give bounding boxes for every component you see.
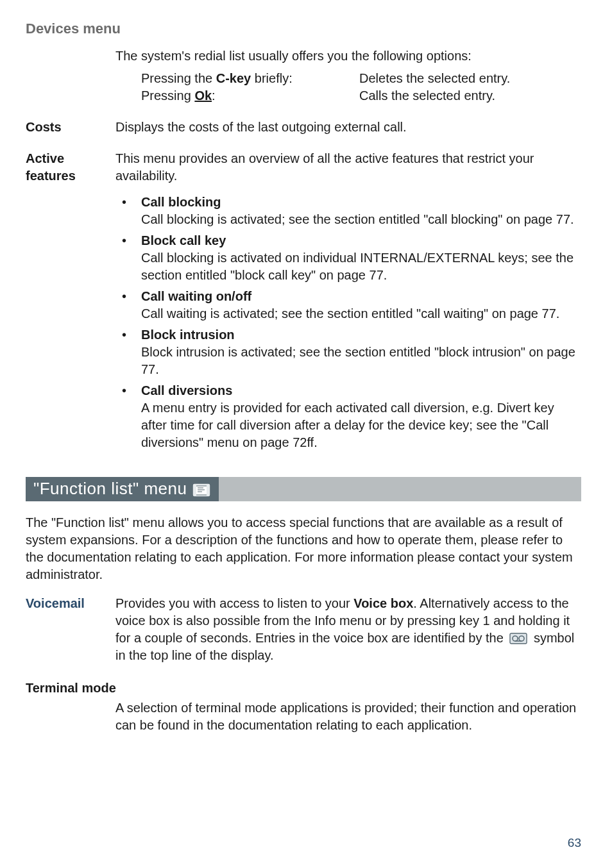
voicemail-label: Voicemail <box>26 595 115 664</box>
voicemail-text: Provides you with access to listen to yo… <box>115 595 581 664</box>
section-header-inner: "Function list" menu <box>26 477 219 501</box>
active-features-block: Active features This menu provides an ov… <box>26 150 581 185</box>
list-item: Call blocking Call blocking is activated… <box>115 194 581 228</box>
text: Pressing <box>141 88 194 103</box>
terminal-mode-label: Terminal mode <box>26 680 581 697</box>
feature-title: Call waiting on/off <box>141 288 581 305</box>
feature-text: A menu entry is provided for each activa… <box>141 399 581 451</box>
voice-box-bold: Voice box <box>353 596 413 610</box>
text: Provides you with access to listen to yo… <box>115 596 353 610</box>
text: briefly: <box>251 71 292 85</box>
list-item: Call waiting on/off Call waiting is acti… <box>115 288 581 322</box>
feature-text: Call blocking is activated on individual… <box>141 249 581 284</box>
c-key-label: C-key <box>216 71 251 85</box>
feature-list: Call blocking Call blocking is activated… <box>115 194 581 451</box>
text: Pressing the <box>141 71 216 85</box>
redial-row2-left: Pressing Ok: <box>141 87 359 104</box>
redial-row1-right: Deletes the selected entry. <box>359 70 581 87</box>
active-features-label: Active features <box>26 150 115 185</box>
redial-row-2: Pressing Ok: Calls the selected entry. <box>141 87 581 104</box>
feature-title: Call diversions <box>141 382 581 399</box>
feature-text: Block intrusion is activated; see the se… <box>141 344 581 378</box>
feature-text: Call blocking is activated; see the sect… <box>141 211 581 228</box>
page-number: 63 <box>568 835 581 851</box>
redial-intro: The system's redial list usually offers … <box>115 47 581 65</box>
ok-label: Ok <box>194 88 212 103</box>
section-header: "Function list" menu <box>26 477 581 501</box>
redial-row2-right: Calls the selected entry. <box>359 87 581 104</box>
feature-title: Block call key <box>141 232 581 249</box>
feature-text: Call waiting is activated; see the secti… <box>141 305 581 322</box>
costs-text: Displays the costs of the last outgoing … <box>115 119 581 136</box>
voicemail-icon <box>509 633 527 644</box>
list-item: Call diversions A menu entry is provided… <box>115 382 581 451</box>
costs-label: Costs <box>26 119 115 136</box>
list-item: Block intrusion Block intrusion is activ… <box>115 326 581 378</box>
feature-title: Block intrusion <box>141 326 581 344</box>
redial-row1-left: Pressing the C-key briefly: <box>141 70 359 87</box>
feature-title: Call blocking <box>141 194 581 211</box>
active-features-text: This menu provides an overview of all th… <box>115 150 581 185</box>
folder-icon <box>192 481 211 497</box>
text: : <box>212 88 216 103</box>
terminal-mode-text: A selection of terminal mode application… <box>115 699 581 734</box>
list-item: Block call key Call blocking is activate… <box>115 232 581 284</box>
page-header: Devices menu <box>26 19 581 38</box>
costs-block: Costs Displays the costs of the last out… <box>26 119 581 136</box>
terminal-mode-block: Terminal mode A selection of terminal mo… <box>26 680 581 734</box>
section-title: "Function list" menu <box>33 478 187 500</box>
voicemail-block: Voicemail Provides you with access to li… <box>26 595 581 664</box>
redial-row-1: Pressing the C-key briefly: Deletes the … <box>141 70 581 87</box>
function-list-intro: The "Function list" menu allows you to a… <box>26 514 581 583</box>
